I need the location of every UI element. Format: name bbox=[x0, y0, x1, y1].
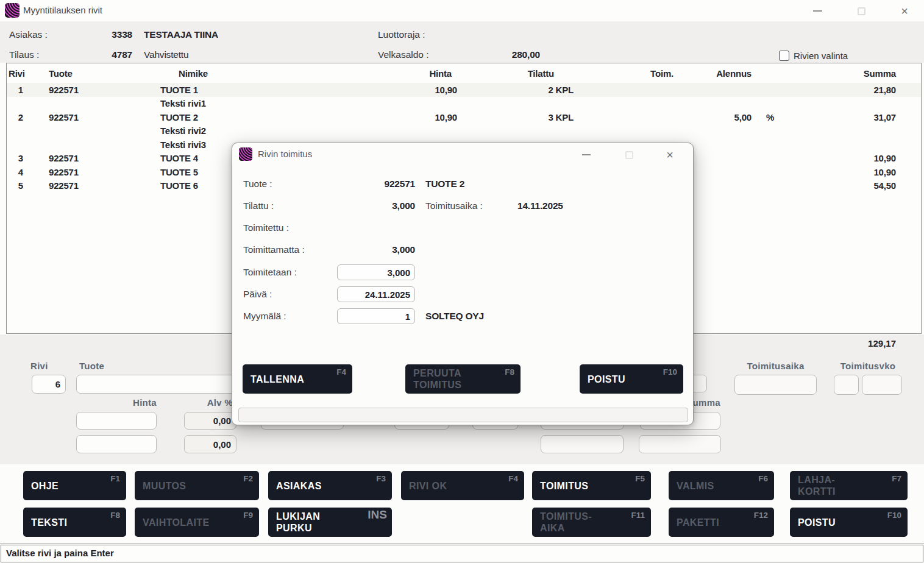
cell-alennus-pct: % bbox=[752, 112, 779, 122]
dialog-close-button[interactable]: × bbox=[661, 148, 678, 161]
dlg-tuote-name-text: TUOTE 2 bbox=[425, 179, 464, 189]
col-header-rivi: Rivi bbox=[7, 68, 23, 79]
tallenna-button[interactable]: TALLENNA F4 bbox=[243, 364, 352, 394]
lahjakortti-button[interactable]: LAHJA-KORTTI F7 bbox=[790, 471, 908, 500]
function-button-bar: OHJE F1 MUUTOS F2 ASIAKAS F3 RIVI OK F4 … bbox=[0, 464, 924, 544]
cell-rivi: 3 bbox=[7, 153, 23, 163]
poistu-button[interactable]: POISTU F10 bbox=[790, 508, 908, 537]
dlg-toimitusaika-value: 14.11.2025 bbox=[517, 200, 563, 211]
dialog-titlebar[interactable]: Rivin toimitus × bbox=[232, 143, 693, 166]
rivi-field-label: Rivi bbox=[30, 361, 48, 371]
close-icon: × bbox=[901, 5, 908, 17]
cell-tuote: 922571 bbox=[49, 85, 130, 95]
velkasaldo-label: Velkasaldo : bbox=[378, 49, 429, 60]
toimitusvko-input-2[interactable] bbox=[862, 375, 902, 395]
table-row-text[interactable]: Teksti rivi1 bbox=[7, 97, 921, 111]
cell-rivi: 1 bbox=[7, 85, 23, 95]
button-label: RIVI OK bbox=[409, 480, 524, 492]
alennus2-input[interactable] bbox=[541, 435, 624, 453]
dlg-tilattu-label: Tilattu : bbox=[243, 200, 274, 211]
col-header-hinta: Hinta bbox=[402, 68, 457, 79]
valmis-button[interactable]: VALMIS F6 bbox=[669, 471, 774, 500]
app-logo-icon bbox=[5, 3, 20, 18]
asiakas-button[interactable]: ASIAKAS F3 bbox=[268, 471, 392, 500]
fn-key-hint: F10 bbox=[663, 367, 677, 377]
teksti-button[interactable]: TEKSTI F8 bbox=[23, 508, 126, 537]
toimitusaika-input[interactable] bbox=[734, 375, 817, 395]
myymala-input[interactable] bbox=[337, 308, 415, 324]
rivi-input[interactable] bbox=[32, 375, 66, 394]
toimitusvko-input-1[interactable] bbox=[834, 375, 859, 395]
toimitetaan-input[interactable] bbox=[337, 264, 415, 280]
table-row-text[interactable]: Teksti rivi2 bbox=[7, 124, 921, 138]
cell-rivi: 4 bbox=[7, 167, 23, 177]
tilaus-value: 4787 bbox=[73, 49, 132, 60]
hinta2-input[interactable] bbox=[76, 435, 157, 453]
table-row[interactable]: 2 922571 TUOTE 2 10,90 3 KPL 5,00 % 31,0… bbox=[7, 110, 921, 124]
cell-summa: 10,90 bbox=[779, 167, 896, 177]
peruuta-toimitus-button[interactable]: PERUUTATOIMITUS F8 bbox=[405, 364, 521, 394]
minimize-icon bbox=[813, 10, 822, 12]
toimitusaika-button[interactable]: TOIMITUS-AIKA F11 bbox=[532, 508, 651, 537]
hinta-input[interactable] bbox=[76, 412, 157, 430]
cell-rivi: 2 bbox=[7, 112, 23, 122]
paiva-input[interactable] bbox=[337, 286, 415, 302]
alv2-input[interactable] bbox=[184, 435, 236, 453]
cell-nimike: TUOTE 1 bbox=[160, 85, 402, 95]
dialog-poistu-button[interactable]: POISTU F10 bbox=[580, 364, 683, 394]
close-button[interactable]: × bbox=[895, 5, 914, 17]
table-row[interactable]: 1 922571 TUOTE 1 10,90 2 KPL 21,80 bbox=[7, 83, 921, 97]
cell-alennus: 5,00 bbox=[673, 112, 752, 122]
fn-key-hint: F8 bbox=[110, 511, 120, 520]
close-icon: × bbox=[666, 149, 673, 161]
fn-key-hint: F1 bbox=[110, 474, 120, 483]
statusbar-separator bbox=[0, 544, 924, 544]
cell-tuote: 922571 bbox=[49, 112, 130, 122]
cell-tilattu: 3 KPL bbox=[457, 112, 574, 122]
maximize-button[interactable] bbox=[852, 5, 870, 17]
cell-nimike: Teksti rivi1 bbox=[160, 98, 402, 108]
fn-key-hint: F11 bbox=[631, 511, 645, 520]
col-header-tilattu: Tilattu bbox=[457, 68, 574, 79]
minimize-button[interactable] bbox=[808, 5, 826, 17]
toimitus-button[interactable]: TOIMITUS F5 bbox=[532, 471, 651, 500]
rivi-ok-button[interactable]: RIVI OK F4 bbox=[401, 471, 524, 500]
muutos-button[interactable]: MUUTOS F2 bbox=[135, 471, 259, 500]
vaihtolaite-button[interactable]: VAIHTOLAITE F9 bbox=[135, 508, 259, 537]
summa2-input[interactable] bbox=[639, 435, 721, 453]
cell-rivi: 5 bbox=[7, 180, 23, 191]
fn-key-hint: F12 bbox=[754, 511, 768, 520]
dlg-tuote-name: TUOTE 2 bbox=[425, 179, 464, 189]
paketti-button[interactable]: PAKETTI F12 bbox=[669, 508, 774, 537]
dialog-message-strip bbox=[238, 408, 688, 422]
button-label: MUUTOS bbox=[143, 480, 259, 492]
dlg-toimitusaika-value-text: 14.11.2025 bbox=[517, 200, 563, 211]
col-header-toim: Toim. bbox=[574, 68, 673, 79]
dialog-logo-icon bbox=[239, 147, 252, 161]
fn-key-hint: F2 bbox=[243, 474, 253, 483]
dlg-paiva-label: Päivä : bbox=[243, 289, 272, 300]
dlg-toimittamatta-label: Toimittamatta : bbox=[243, 244, 305, 255]
maximize-icon bbox=[625, 151, 633, 159]
ohje-button[interactable]: OHJE F1 bbox=[23, 471, 126, 500]
fn-key-hint: F9 bbox=[243, 511, 253, 520]
dlg-myymala-name: SOLTEQ OYJ bbox=[425, 311, 484, 322]
dlg-tuote-label: Tuote : bbox=[243, 179, 272, 189]
dialog-minimize-button[interactable] bbox=[578, 148, 595, 161]
asiakas-value: 3338 bbox=[73, 29, 132, 40]
tilaus-status: Vahvistettu bbox=[144, 49, 188, 60]
dialog-maximize-button[interactable] bbox=[620, 148, 638, 161]
button-label-2: AIKA bbox=[540, 522, 651, 534]
alv-input[interactable] bbox=[184, 412, 236, 430]
dlg-toimittamatta-value: 3,000 bbox=[324, 244, 415, 255]
luottoraja-label: Luottoraja : bbox=[378, 29, 425, 40]
button-label: LAHJA- bbox=[798, 474, 908, 486]
cell-tuote: 922571 bbox=[49, 153, 130, 163]
cell-nimike: TUOTE 2 bbox=[160, 112, 402, 122]
rivien-valinta-checkbox[interactable] bbox=[779, 51, 789, 61]
asiakas-name: TESTAAJA TIINA bbox=[144, 29, 218, 40]
dlg-toimitusaika-label: Toimitusaika : bbox=[425, 200, 483, 211]
lukijan-purku-button[interactable]: LUKIJANPURKU INS bbox=[268, 508, 392, 537]
dialog-title: Rivin toimitus bbox=[258, 149, 312, 159]
main-titlebar[interactable]: Myyntitilauksen rivit × bbox=[0, 0, 924, 21]
